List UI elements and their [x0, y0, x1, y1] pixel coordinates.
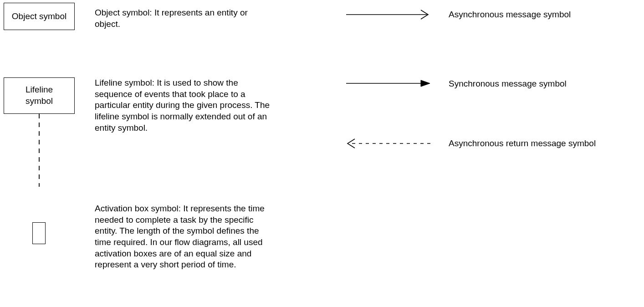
sync-message-arrow-icon: [346, 77, 433, 89]
object-symbol-box-label: Object symbol: [12, 11, 66, 22]
async-return-message-label: Asynchronous return message symbol: [449, 138, 596, 149]
lifeline-symbol-desc: Lifeline symbol: It is used to show the …: [95, 77, 277, 133]
async-message-label: Asynchronous message symbol: [449, 9, 571, 20]
sync-message-label: Synchronous message symbol: [449, 78, 567, 90]
object-symbol-desc: Object symbol: It represents an entity o…: [95, 7, 272, 30]
activation-box-desc: Activation box symbol: It represents the…: [95, 203, 277, 271]
lifeline-symbol-box: Lifeline symbol: [4, 77, 75, 114]
lifeline-symbol-box-label: Lifeline symbol: [26, 84, 53, 107]
async-return-message-arrow-icon: [344, 138, 433, 149]
async-message-arrow-icon: [346, 9, 433, 20]
activation-box-icon: [32, 222, 46, 244]
lifeline-dashed-line-icon: [36, 114, 46, 191]
svg-marker-3: [421, 80, 430, 87]
object-symbol-box: Object symbol: [4, 3, 75, 30]
sequence-diagram-legend: Object symbol Object symbol: It represen…: [0, 0, 644, 307]
